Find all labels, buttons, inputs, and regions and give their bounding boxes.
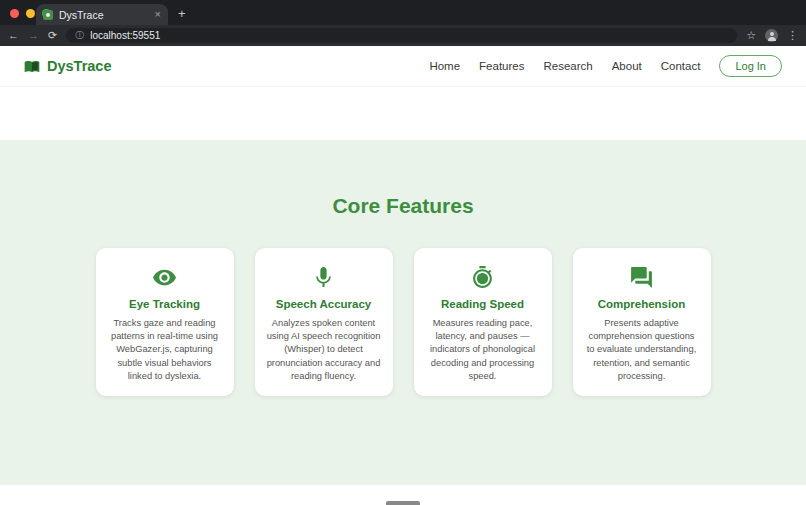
hero-bottom-spacer [0, 87, 806, 140]
address-bar[interactable]: ⓘ localhost:59551 [66, 28, 737, 43]
forward-button[interactable]: → [28, 30, 39, 41]
window-minimize-button[interactable] [26, 9, 35, 18]
core-features-section: Core Features Eye Tracking Tracks gaze a… [0, 140, 806, 485]
nav-link-research[interactable]: Research [543, 60, 592, 72]
browser-tabstrip: DysTrace × + [0, 0, 806, 25]
nav-link-contact[interactable]: Contact [661, 60, 701, 72]
login-button[interactable]: Log In [719, 55, 782, 77]
feature-card-reading-speed: Reading Speed Measures reading pace, lat… [414, 248, 552, 396]
brand-logo-icon [24, 58, 40, 74]
card-text: Presents adaptive comprehension question… [584, 317, 700, 383]
profile-avatar-icon[interactable] [765, 29, 778, 42]
toolbar-right-icons: ☆ ⋮ [746, 29, 798, 42]
nav-link-home[interactable]: Home [429, 60, 460, 72]
next-section-partial-heading [386, 501, 420, 505]
nav-link-features[interactable]: Features [479, 60, 524, 72]
tab-close-icon[interactable]: × [155, 9, 161, 20]
browser-tab-dystrace[interactable]: DysTrace × [36, 4, 168, 25]
chat-icon [584, 263, 700, 291]
reload-button[interactable]: ⟳ [48, 30, 57, 41]
nav-link-about[interactable]: About [612, 60, 642, 72]
card-title: Speech Accuracy [266, 298, 382, 310]
microphone-icon [266, 263, 382, 291]
below-section [0, 485, 806, 505]
feature-card-eye-tracking: Eye Tracking Tracks gaze and reading pat… [96, 248, 234, 396]
back-button[interactable]: ← [8, 30, 19, 41]
brand[interactable]: DysTrace [24, 58, 112, 74]
window-close-button[interactable] [10, 9, 19, 18]
url-text: localhost:59551 [90, 30, 160, 41]
card-title: Eye Tracking [107, 298, 223, 310]
brand-name: DysTrace [47, 58, 112, 74]
section-title: Core Features [0, 140, 806, 218]
site-info-icon[interactable]: ⓘ [75, 31, 84, 40]
browser-menu-icon[interactable]: ⋮ [787, 29, 798, 42]
browser-toolbar: ← → ⟳ ⓘ localhost:59551 ☆ ⋮ [0, 25, 806, 46]
card-text: Measures reading pace, latency, and paus… [425, 317, 541, 383]
feature-cards-row: Eye Tracking Tracks gaze and reading pat… [0, 248, 806, 396]
card-title: Reading Speed [425, 298, 541, 310]
main-nav: Home Features Research About Contact Log… [429, 55, 782, 77]
feature-card-comprehension: Comprehension Presents adaptive comprehe… [573, 248, 711, 396]
tab-title: DysTrace [59, 9, 149, 21]
card-text: Tracks gaze and reading patterns in real… [107, 317, 223, 383]
card-text: Analyzes spoken content using AI speech … [266, 317, 382, 383]
site-header: DysTrace Home Features Research About Co… [0, 46, 806, 87]
stopwatch-icon [425, 263, 541, 291]
feature-card-speech-accuracy: Speech Accuracy Analyzes spoken content … [255, 248, 393, 396]
bookmark-star-icon[interactable]: ☆ [746, 29, 756, 42]
tab-favicon-icon [43, 10, 53, 20]
card-title: Comprehension [584, 298, 700, 310]
page-content: DysTrace Home Features Research About Co… [0, 46, 806, 505]
new-tab-button[interactable]: + [178, 6, 186, 21]
eye-icon [107, 263, 223, 291]
